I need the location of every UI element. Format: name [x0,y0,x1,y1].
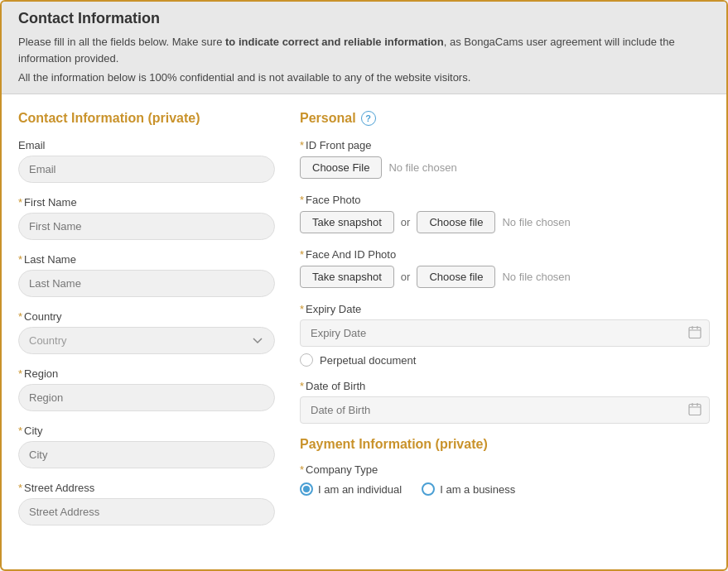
id-front-label: *ID Front page [300,139,710,151]
face-photo-choose-file-button[interactable]: Choose file [417,211,495,233]
expiry-date-input[interactable] [300,319,710,347]
radio-individual-label: I am an individual [318,483,402,496]
payment-section-title: Payment Information (private) [300,437,710,452]
first-name-field-group: *First Name [18,196,275,240]
page-header: Contact Information Please fill in all t… [2,2,726,94]
desc-bold: to indicate correct and reliable informa… [225,36,444,48]
page-title: Contact Information [18,10,710,27]
date-of-birth-input-wrap [300,396,710,424]
radio-individual[interactable]: I am an individual [300,482,402,496]
radio-business[interactable]: I am a business [422,482,515,496]
region-label: *Region [18,367,275,380]
face-id-file-row: Take snapshot or Choose file No file cho… [300,266,710,288]
email-input[interactable] [18,156,275,183]
last-name-input[interactable] [18,270,275,297]
street-address-input[interactable] [18,498,275,525]
email-label: Email [18,139,275,151]
face-photo-file-row: Take snapshot or Choose file No file cho… [300,211,710,233]
face-id-choose-file-button[interactable]: Choose file [417,266,495,288]
face-photo-no-file: No file chosen [502,216,570,228]
desc-normal: Please fill in all the fields below. Mak… [18,36,225,48]
country-label: *Country [18,310,275,323]
radio-business-label: I am a business [440,483,515,496]
company-type-label: *Company Type [300,463,710,476]
right-column: Personal ? *ID Front page Choose File No… [300,111,710,539]
id-front-no-file: No file chosen [388,161,456,174]
country-select[interactable]: Country [18,327,275,354]
face-id-field-group: *Face And ID Photo Take snapshot or Choo… [300,248,710,288]
radio-individual-dot [300,482,313,496]
city-label: *City [18,425,275,437]
last-name-field-group: *Last Name [18,253,275,297]
face-photo-label: *Face Photo [300,194,710,206]
country-field-group: *Country Country [18,310,275,354]
face-id-snapshot-button[interactable]: Take snapshot [300,266,394,288]
email-field-group: Email [18,139,275,183]
left-column: Contact Information (private) Email *Fir… [18,111,275,539]
face-photo-field-group: *Face Photo Take snapshot or Choose file… [300,194,710,233]
perpetual-row: Perpetual document [300,353,710,367]
date-of-birth-input[interactable] [300,396,710,424]
expiry-date-field-group: *Expiry Date Pe [300,303,710,367]
id-front-choose-file-button[interactable]: Choose File [300,156,382,179]
contact-section-title: Contact Information (private) [18,111,275,126]
company-type-radio-row: I am an individual I am a business [300,482,710,496]
date-of-birth-field-group: *Date of Birth [300,380,710,424]
company-type-field-group: *Company Type I am an individual I am a … [300,463,710,496]
region-input[interactable] [18,384,275,411]
content-area: Contact Information (private) Email *Fir… [2,94,726,555]
face-id-no-file: No file chosen [502,271,570,283]
first-name-input[interactable] [18,213,275,240]
face-photo-or: or [401,216,411,228]
street-address-label: *Street Address [18,482,275,494]
id-front-file-row: Choose File No file chosen [300,156,710,179]
expiry-date-input-wrap [300,319,710,347]
region-field-group: *Region [18,367,275,411]
perpetual-checkbox[interactable] [300,353,313,367]
id-front-field-group: *ID Front page Choose File No file chose… [300,139,710,179]
personal-section-title: Personal ? [300,111,710,126]
page-container: Contact Information Please fill in all t… [0,0,728,571]
last-name-label: *Last Name [18,253,275,266]
date-of-birth-label: *Date of Birth [300,380,710,392]
face-id-or: or [401,271,411,283]
expiry-date-label: *Expiry Date [300,303,710,315]
radio-business-dot [422,482,435,496]
city-input[interactable] [18,441,275,468]
page-description: Please fill in all the fields below. Mak… [18,34,710,66]
face-id-label: *Face And ID Photo [300,248,710,261]
face-photo-snapshot-button[interactable]: Take snapshot [300,211,394,233]
first-name-label: *First Name [18,196,275,209]
personal-help-icon[interactable]: ? [361,111,376,126]
page-note: All the information below is 100% confid… [18,71,710,84]
street-address-field-group: *Street Address [18,482,275,525]
perpetual-label: Perpetual document [320,354,416,367]
city-field-group: *City [18,425,275,468]
